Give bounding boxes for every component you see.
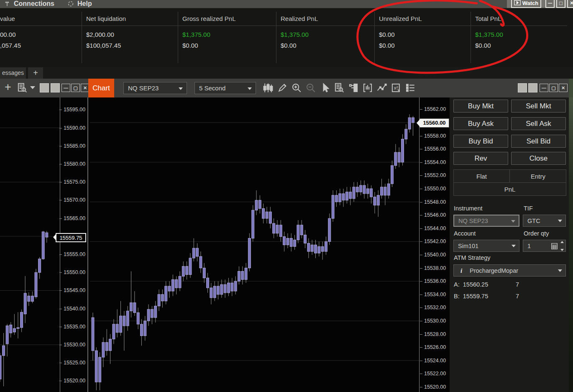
sell-mkt-button[interactable]: Sell Mkt <box>511 100 566 113</box>
column-header[interactable]: Total PnL <box>471 12 567 26</box>
sell-ask-button[interactable]: Sell Ask <box>511 117 566 130</box>
sell-bid-button[interactable]: Sell Bid <box>511 135 566 148</box>
candle <box>200 256 202 268</box>
pane-splitter[interactable] <box>87 97 88 392</box>
candle <box>311 245 313 251</box>
column-header[interactable]: Unrealized PnL <box>375 12 471 26</box>
account-value-cell: $100,057.45 <box>82 40 178 51</box>
window-maximize-button[interactable]: □ <box>556 0 565 8</box>
color-swatch-button-4[interactable] <box>528 83 537 92</box>
account-table-column: Gross realized PnL$1,375.00$0.00 <box>178 12 276 63</box>
external-title-bar: Watch — □ ✕ <box>507 0 573 8</box>
chevron-down-icon <box>558 220 562 222</box>
atm-strategy-select[interactable]: i ProchargedMopar <box>453 264 566 277</box>
entry-tab[interactable]: Entry <box>510 170 566 183</box>
chevron-down-icon <box>248 87 252 90</box>
panel-instrument-select: NQ SEP23 <box>453 215 519 227</box>
calculator-icon[interactable] <box>551 243 558 250</box>
buy-bid-button[interactable]: Buy Bid <box>453 135 508 148</box>
color-swatch-button-1[interactable] <box>40 83 49 92</box>
price-axis-label: 15530.00 <box>424 318 446 324</box>
price-axis-label: 15532.00 <box>424 304 446 311</box>
account-select[interactable]: Sim101 <box>453 240 519 252</box>
window-minimize-button[interactable]: — <box>545 0 555 8</box>
panel-minimize-button[interactable]: — <box>61 84 70 92</box>
candle <box>360 185 362 192</box>
list-properties-icon[interactable] <box>405 82 416 93</box>
order-qty-input[interactable]: 1 <box>523 240 566 252</box>
price-axis-label: 15545.00 <box>64 287 85 294</box>
chart-close-button[interactable]: ✕ <box>559 84 568 92</box>
line-chart-icon[interactable] <box>376 82 387 93</box>
candle <box>179 276 181 288</box>
zoom-out-icon <box>305 82 316 93</box>
watch-button[interactable]: Watch <box>511 0 541 8</box>
price-axis-label: 15540.00 <box>424 251 446 258</box>
instrument-select[interactable]: NQ SEP23 <box>123 82 187 94</box>
candle <box>405 129 407 139</box>
column-header[interactable]: Realized PnL <box>276 12 374 26</box>
price-axis-label: 15580.00 <box>64 161 85 167</box>
chart-minimize-button[interactable]: — <box>540 84 548 92</box>
column-header[interactable]: Gross realized PnL <box>178 12 276 26</box>
stepper-down-icon[interactable] <box>560 249 564 251</box>
candle <box>165 286 167 301</box>
candle <box>140 324 143 336</box>
chevron-down-icon <box>558 269 562 272</box>
price-axis-label: 15544.00 <box>424 225 446 232</box>
chart-tab[interactable]: Chart <box>88 79 114 97</box>
add-tab-button[interactable]: + <box>28 67 43 79</box>
color-swatch-button-2[interactable] <box>51 83 60 92</box>
tab-messages[interactable]: essages <box>0 67 26 79</box>
document-search-icon[interactable] <box>17 82 28 93</box>
candle <box>297 225 299 240</box>
candle <box>203 268 205 278</box>
candle <box>17 328 19 328</box>
menu-help[interactable]: Help <box>67 0 92 8</box>
candle <box>123 316 125 326</box>
data-panel-icon[interactable] <box>348 82 359 93</box>
price-axis-label: 15546.00 <box>424 212 446 218</box>
account-value-cell: $0.00 <box>178 40 276 51</box>
column-header[interactable]: value <box>0 12 82 26</box>
candle <box>279 225 282 237</box>
buy-ask-button[interactable]: Buy Ask <box>453 117 508 130</box>
buy-mkt-button[interactable]: Buy Mkt <box>453 100 508 113</box>
qty-stepper[interactable] <box>559 241 565 251</box>
panel-maximize-button[interactable]: ▢ <box>71 84 80 92</box>
minimize-icon: — <box>548 1 552 5</box>
candle <box>224 284 226 293</box>
close-position-button[interactable]: Close <box>511 152 566 165</box>
interval-select[interactable]: 5 Second <box>194 82 256 94</box>
candlestick-chart-icon[interactable] <box>263 82 274 93</box>
pnl-tab[interactable]: PnL <box>454 183 566 195</box>
strategy-script-icon[interactable]: x² <box>391 82 402 93</box>
price-axis-label: 15570.00 <box>64 197 85 203</box>
dropdown-caret-icon[interactable] <box>30 86 35 89</box>
zoom-in-icon[interactable] <box>291 82 302 93</box>
reverse-button[interactable]: Rev <box>453 152 508 165</box>
stepper-up-icon[interactable] <box>560 241 564 243</box>
column-header[interactable]: Net liquidation <box>82 12 178 26</box>
document-search-icon[interactable] <box>334 82 345 93</box>
pencil-draw-icon[interactable] <box>277 82 288 93</box>
price-axis-label: 15520.00 <box>424 384 446 390</box>
cursor-icon[interactable] <box>320 82 330 93</box>
chart-toolbar: + — ▢ ✕ Chart NQ SEP23 5 Second x² — ▢ ✕ <box>0 79 573 97</box>
candle <box>252 210 254 238</box>
flat-tab[interactable]: Flat <box>454 170 510 183</box>
tif-select[interactable]: GTC <box>523 215 566 227</box>
candle <box>304 235 307 243</box>
ask-price: 15560.25 <box>463 281 488 288</box>
color-swatch-button-3[interactable] <box>518 83 527 92</box>
price-axis-label: 15520.00 <box>64 377 85 384</box>
info-icon[interactable]: i <box>458 267 465 274</box>
bar-chart-brackets-icon[interactable] <box>362 82 373 93</box>
add-icon[interactable]: + <box>3 82 13 92</box>
price-axis-label: 15590.00 <box>64 125 85 131</box>
window-close-button[interactable]: ✕ <box>567 0 573 8</box>
candle <box>182 266 184 277</box>
menu-connections[interactable]: Connections <box>3 0 54 8</box>
chart-maximize-button[interactable]: ▢ <box>549 84 558 92</box>
candle <box>158 295 160 306</box>
